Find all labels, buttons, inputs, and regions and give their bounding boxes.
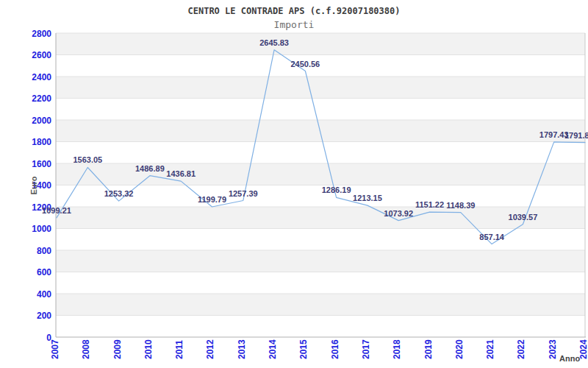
x-axis-title: Anno [559, 354, 580, 363]
data-point-label: 1436.81 [166, 169, 196, 178]
y-tick-label: 200 [37, 311, 51, 321]
y-axis-title: Euro [29, 176, 38, 194]
y-tick-label: 1800 [32, 137, 51, 147]
data-point-label: 1151.22 [415, 200, 444, 209]
data-point-label: 2450.56 [290, 60, 320, 68]
x-tick-label: 2014 [268, 339, 278, 359]
data-point-label: 1199.79 [198, 195, 226, 204]
x-tick-label: 2023 [548, 339, 558, 359]
x-tick-label: 2012 [205, 339, 215, 359]
x-tick-label: 2018 [392, 339, 402, 359]
x-tick-label: 2015 [298, 339, 309, 359]
data-point-label: 1039.57 [509, 213, 538, 222]
data-point-label: 1073.92 [384, 209, 413, 218]
grid-band [56, 120, 585, 142]
y-tick-label: 2200 [32, 93, 51, 104]
data-point-label: 857.14 [479, 233, 505, 241]
x-tick-label: 2008 [81, 339, 91, 359]
y-tick-label: 600 [37, 267, 51, 277]
y-tick-label: 800 [37, 246, 51, 256]
y-tick-label: 400 [37, 289, 51, 300]
grid-band [56, 207, 585, 229]
grid-band [56, 294, 585, 316]
x-tick-label: 2009 [112, 339, 123, 359]
data-point-label: 1791.8 [564, 131, 588, 140]
x-tick-label: 2017 [361, 339, 371, 359]
x-tick-label: 2016 [330, 339, 340, 359]
data-point-label: 1099.21 [42, 206, 71, 215]
x-tick-label: 2007 [50, 339, 60, 359]
grid-band [56, 77, 585, 99]
x-tick-label: 2021 [485, 339, 495, 359]
x-tick-label: 2020 [454, 339, 465, 359]
x-tick-label: 2013 [237, 339, 247, 359]
y-tick-label: 2600 [32, 50, 51, 60]
y-tick-label: 2800 [32, 29, 51, 39]
y-tick-label: 1000 [32, 224, 51, 234]
data-point-label: 1486.89 [135, 164, 165, 173]
x-tick-label: 2022 [516, 339, 526, 359]
y-tick-label: 2400 [32, 72, 51, 82]
data-point-label: 1213.15 [353, 194, 382, 202]
data-point-label: 1148.39 [446, 201, 475, 210]
data-point-label: 1286.19 [322, 185, 351, 194]
y-tick-label: 2000 [32, 116, 51, 126]
chart-page: CENTRO LE CONTRADE APS (c.f.92007180380)… [0, 0, 588, 368]
x-tick-label: 2019 [423, 339, 434, 359]
y-tick-label: 1600 [32, 159, 51, 169]
x-tick-label: 2010 [143, 339, 154, 359]
data-point-label: 1563.05 [73, 155, 102, 164]
data-point-label: 1257.39 [229, 189, 258, 198]
x-tick-label: 2011 [174, 340, 184, 359]
grid-band [56, 33, 585, 55]
data-point-label: 1253.32 [104, 189, 134, 198]
grid-band [56, 250, 585, 272]
line-chart: 0200400600800100012001400160018002000220… [0, 0, 588, 368]
data-point-label: 2645.83 [259, 38, 289, 47]
